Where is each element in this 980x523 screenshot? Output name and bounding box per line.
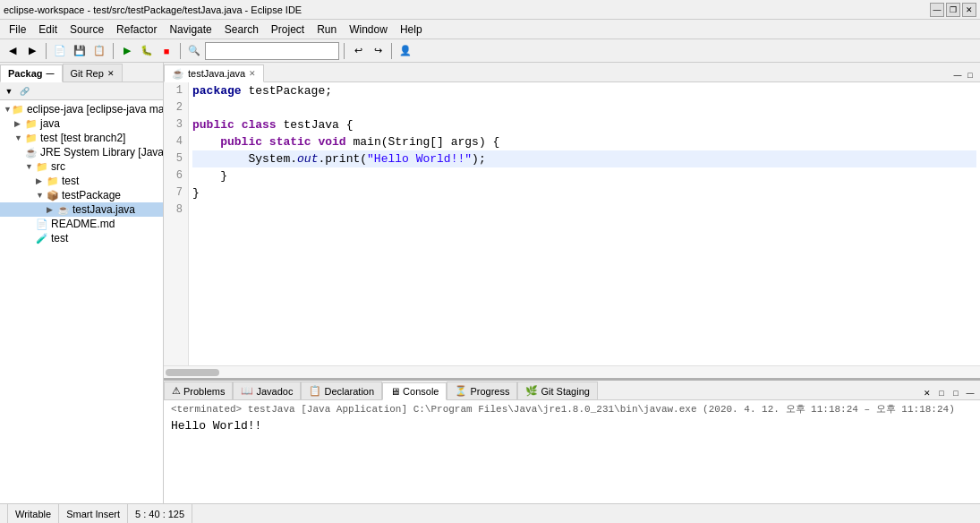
tree-icon-0: 📁 — [12, 104, 24, 116]
code-line-1[interactable]: package testPackage; — [192, 82, 976, 99]
bottom-tab-javadoc[interactable]: 📖Javadoc — [233, 382, 301, 399]
tree-item-5[interactable]: ▶ 📁 test — [0, 174, 163, 188]
menu-source[interactable]: Source — [64, 21, 109, 38]
bottom-ctrl-btn-1[interactable]: □ — [935, 387, 948, 399]
menu-project[interactable]: Project — [266, 21, 310, 38]
tree-label-9: test — [51, 232, 68, 244]
editor-maximize-btn[interactable]: □ — [964, 69, 976, 81]
toolbar-back-button[interactable]: ◀ — [4, 42, 21, 60]
titlebar: eclipse-workspace - test/src/testPackage… — [0, 0, 980, 20]
titlebar-controls: — ❐ ✕ — [930, 3, 976, 17]
panel-collapse-btn[interactable]: ▼ — [2, 84, 16, 99]
tree-label-3: JRE System Library [JavaSE-1.8] — [40, 146, 163, 159]
status-writable: Writable — [7, 504, 59, 523]
tab-minimize-icon[interactable]: — — [47, 69, 55, 78]
line-num-4: 4 — [169, 133, 183, 150]
panel-link-btn[interactable]: 🔗 — [17, 84, 31, 99]
menu-window[interactable]: Window — [344, 21, 393, 38]
menu-file[interactable]: File — [4, 21, 31, 38]
maximize-button[interactable]: ❐ — [946, 3, 960, 17]
code-line-8[interactable] — [192, 201, 976, 219]
bottom-tab-git-staging[interactable]: 🌿Git Staging — [517, 382, 597, 399]
tree-label-1: java — [40, 117, 60, 130]
menu-search[interactable]: Search — [219, 21, 264, 38]
code-line-3[interactable]: public class testJava { — [192, 116, 976, 133]
tree-item-7[interactable]: ▶ ☕ testJava.java — [0, 202, 163, 217]
line-num-1: 1 — [169, 82, 183, 99]
git-tab-close-icon[interactable]: ✕ — [107, 69, 115, 78]
console-content: <terminated> testJava [Java Application]… — [164, 400, 980, 503]
code-line-6[interactable]: } — [192, 167, 976, 184]
tab-git-repositories[interactable]: Git Rep ✕ — [63, 64, 123, 81]
bottom-tab-declaration[interactable]: 📋Declaration — [301, 382, 382, 399]
menu-run[interactable]: Run — [311, 21, 342, 38]
editor-tabs: ☕ testJava.java ✕ — □ — [164, 63, 980, 82]
toolbar-undo-button[interactable]: ↩ — [349, 42, 367, 60]
tree-item-2[interactable]: ▼ 📁 test [test branch2] — [0, 131, 163, 145]
code-line-7[interactable]: } — [192, 184, 976, 201]
tree-icon-9: 🧪 — [36, 233, 48, 244]
toolbar-stop-button[interactable]: ■ — [158, 42, 175, 60]
tree-item-3[interactable]: ☕ JRE System Library [JavaSE-1.8] — [0, 145, 163, 159]
statusbar: Writable Smart Insert 5 : 40 : 125 — [0, 503, 980, 523]
toolbar-separator-5 — [391, 43, 392, 59]
toolbar-redo-button[interactable]: ↪ — [369, 42, 387, 60]
toolbar-separator-2 — [113, 43, 114, 59]
tree-item-8[interactable]: 📄 README.md — [0, 217, 163, 231]
toolbar-save-all-button[interactable]: 📋 — [90, 42, 108, 60]
hscroll-thumb[interactable] — [166, 369, 219, 376]
toolbar-search-input[interactable] — [205, 42, 339, 60]
tree-icon-8: 📄 — [36, 219, 48, 230]
code-content[interactable]: package testPackage;public class testJav… — [189, 82, 980, 365]
tree-item-6[interactable]: ▼ 📦 testPackage — [0, 188, 163, 202]
console-header: <terminated> testJava [Java Application]… — [171, 402, 973, 416]
toolbar: ◀ ▶ 📄 💾 📋 ▶ 🐛 ■ 🔍 ↩ ↪ 👤 — [0, 39, 980, 63]
line-num-5: 5 — [169, 150, 183, 167]
editor-minimize-btn[interactable]: — — [951, 69, 964, 81]
tree-item-4[interactable]: ▼ 📁 src — [0, 159, 163, 174]
left-panel: Packag — Git Rep ✕ ▼ 🔗 ▼ 📁 eclipse-java … — [0, 63, 164, 503]
bottom-tabs: ⚠Problems📖Javadoc📋Declaration🖥Console⏳Pr… — [164, 381, 980, 400]
tree-icon-3: ☕ — [25, 147, 38, 159]
bottom-tab-label-4: Progress — [470, 386, 509, 397]
editor-tab-close[interactable]: ✕ — [249, 69, 256, 78]
toolbar-new-button[interactable]: 📄 — [51, 42, 69, 60]
bottom-tab-console[interactable]: 🖥Console — [382, 382, 447, 400]
menu-navigate[interactable]: Navigate — [164, 21, 217, 38]
bottom-tab-problems[interactable]: ⚠Problems — [164, 382, 233, 399]
toolbar-run-button[interactable]: ▶ — [118, 42, 136, 60]
code-line-2[interactable] — [192, 99, 976, 116]
bottom-tab-icon-2: 📋 — [309, 385, 321, 397]
status-insert-mode: Smart Insert — [59, 504, 128, 523]
bottom-tab-progress[interactable]: ⏳Progress — [447, 382, 517, 399]
tree-item-1[interactable]: ▶ 📁 java — [0, 116, 163, 131]
toolbar-debug-button[interactable]: 🐛 — [138, 42, 156, 60]
tree-item-9[interactable]: 🧪 test — [0, 231, 163, 245]
bottom-ctrl-btn-3[interactable]: — — [964, 387, 976, 399]
tree-item-0[interactable]: ▼ 📁 eclipse-java [eclipse-java master] — [0, 102, 163, 116]
horizontal-scrollbar[interactable] — [164, 365, 980, 378]
minimize-button[interactable]: — — [930, 3, 944, 17]
code-line-4[interactable]: public static void main(String[] args) { — [192, 133, 976, 150]
tree-toggle-1: ▶ — [14, 119, 25, 128]
panel-tabs: Packag — Git Rep ✕ — [0, 63, 163, 82]
close-button[interactable]: ✕ — [962, 3, 976, 17]
bottom-tab-controls: ✕□□— — [921, 387, 980, 399]
bottom-tab-icon-3: 🖥 — [390, 386, 400, 397]
bottom-ctrl-btn-2[interactable]: □ — [950, 387, 962, 399]
code-editor[interactable]: 12345678 package testPackage;public clas… — [164, 82, 980, 365]
bottom-ctrl-btn-0[interactable]: ✕ — [921, 387, 933, 399]
menu-refactor[interactable]: Refactor — [111, 21, 162, 38]
toolbar-forward-button[interactable]: ▶ — [23, 42, 41, 60]
code-line-5[interactable]: System.out.print("Hello World!!"); — [192, 150, 976, 167]
tree-toggle-7: ▶ — [47, 205, 57, 214]
toolbar-save-button[interactable]: 💾 — [71, 42, 89, 60]
toolbar-perspective-button[interactable]: 👤 — [396, 42, 414, 60]
toolbar-search-button[interactable]: 🔍 — [185, 42, 203, 60]
tree-toggle-4: ▼ — [25, 162, 36, 171]
tab-package-explorer[interactable]: Packag — — [0, 64, 63, 82]
tree-label-8: README.md — [51, 218, 115, 230]
editor-tab-testjava[interactable]: ☕ testJava.java ✕ — [164, 64, 264, 82]
menu-edit[interactable]: Edit — [33, 21, 63, 38]
menu-help[interactable]: Help — [395, 21, 428, 38]
